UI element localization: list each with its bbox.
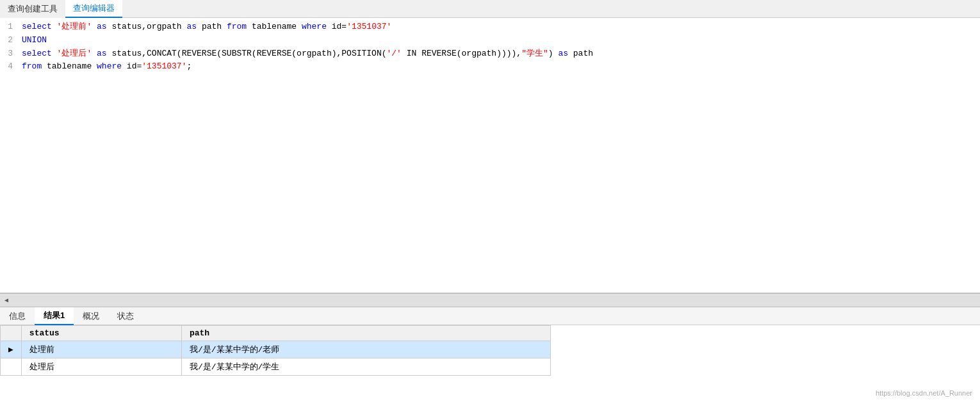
kw: where (302, 22, 332, 31)
editor-area[interactable]: 1 select '处理前' as status,orgpath as path… (0, 18, 980, 293)
id: path (202, 22, 227, 31)
id: ; (186, 61, 192, 71)
kw: as (186, 22, 201, 31)
id: tablename (47, 61, 97, 71)
id: status,CONCAT(REVERSE(SUBSTR(REVERSE(org… (111, 49, 386, 58)
result-table: status path ▶ 处理前 我/是/某某中学的/老师 处理后 我/是/某… (0, 325, 551, 376)
id: IN REVERSE(orgpath)))), (402, 49, 521, 58)
cell-path: 我/是/某某中学的/学生 (181, 358, 550, 376)
row-indicator (1, 358, 22, 376)
line-number-3: 3 (0, 47, 19, 61)
tab-overview[interactable]: 概况 (74, 307, 108, 325)
line-content-3: select '处理后' as status,CONCAT(REVERSE(SU… (19, 47, 980, 61)
line-number-2: 2 (0, 34, 19, 47)
kw: select (22, 22, 57, 31)
id: id= (332, 22, 347, 31)
str: '1351037' (347, 22, 391, 31)
str: '处理前' (57, 22, 92, 31)
line-content-1: select '处理前' as status,orgpath as path f… (19, 20, 980, 34)
cell-status: 处理后 (21, 358, 181, 376)
kw: UNION (22, 35, 47, 45)
tab-status[interactable]: 状态 (108, 307, 143, 325)
kw: as (558, 49, 573, 58)
kw: as (92, 49, 111, 58)
table-header-row: status path (1, 326, 551, 341)
th-path: path (181, 326, 550, 341)
kw: where (97, 61, 127, 71)
scroll-left-arrow[interactable]: ◀ (0, 293, 13, 307)
code-line-1: 1 select '处理前' as status,orgpath as path… (0, 20, 980, 34)
table-row[interactable]: 处理后 我/是/某某中学的/学生 (1, 358, 551, 376)
str: '处理后' (57, 49, 92, 58)
th-indicator (1, 326, 22, 341)
kw: from (227, 22, 252, 31)
tab-query-editor[interactable]: 查询编辑器 (65, 0, 122, 18)
str: '/' (387, 49, 402, 58)
cell-path: 我/是/某某中学的/老师 (181, 341, 550, 358)
code-line-2: 2 UNION (0, 34, 980, 47)
cell-status: 处理前 (21, 341, 181, 358)
line-content-4: from tablename where id='1351037'; (19, 60, 980, 74)
kw: select (22, 49, 57, 58)
id: tablename (252, 22, 302, 31)
id: path (573, 49, 593, 58)
tab-result1[interactable]: 结果1 (35, 307, 74, 325)
row-indicator: ▶ (1, 341, 22, 358)
line-content-2: UNION (19, 34, 980, 47)
th-status: status (21, 326, 181, 341)
scroll-divider: ◀ (0, 293, 980, 307)
code-line-4: 4 from tablename where id='1351037'; (0, 60, 980, 74)
id: id= (127, 61, 142, 71)
line-number-1: 1 (0, 20, 19, 34)
id: status,orgpath (111, 22, 186, 31)
str: "学生" (521, 49, 548, 58)
code-line-3: 3 select '处理后' as status,CONCAT(REVERSE(… (0, 47, 980, 61)
line-number-4: 4 (0, 60, 19, 74)
code-lines: 1 select '处理前' as status,orgpath as path… (0, 20, 980, 74)
id: ) (548, 49, 559, 58)
str: '1351037' (142, 61, 186, 71)
toolbar: 查询创建工具 查询编辑器 (0, 0, 980, 18)
table-row[interactable]: ▶ 处理前 我/是/某某中学的/老师 (1, 341, 551, 358)
result-table-wrap[interactable]: status path ▶ 处理前 我/是/某某中学的/老师 处理后 我/是/某… (0, 325, 980, 402)
kw: as (92, 22, 111, 31)
kw: from (22, 61, 47, 71)
tab-info[interactable]: 信息 (0, 307, 35, 325)
result-tabs: 信息 结果1 概况 状态 (0, 307, 980, 325)
watermark: https://blog.csdn.net/A_Runner (876, 389, 972, 397)
tab-query-builder[interactable]: 查询创建工具 (0, 0, 65, 18)
